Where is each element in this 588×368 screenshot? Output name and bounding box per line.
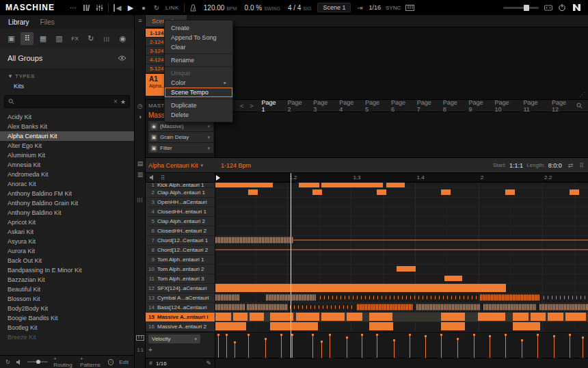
note-line[interactable] [215, 250, 588, 250]
note-wave[interactable] [215, 295, 239, 301]
audition-icon[interactable] [149, 174, 155, 181]
track-lane[interactable] [215, 246, 588, 255]
track-lane[interactable] [215, 236, 588, 246]
note-wave[interactable] [215, 304, 245, 311]
eye-icon[interactable] [118, 55, 126, 61]
track-lane[interactable] [215, 207, 588, 217]
plugin-slot[interactable]: ▣Filter▾ [148, 143, 213, 153]
list-item-kit[interactable]: Anthony Baldino Grain Kit [0, 198, 134, 208]
note-block[interactable] [299, 183, 319, 188]
user-content-icon[interactable]: ◉ [116, 32, 129, 45]
resize-grip-icon[interactable]: ⋰ [579, 91, 585, 98]
tab-library[interactable]: Library [8, 18, 29, 26]
track-lane[interactable] [215, 217, 588, 226]
track-row[interactable]: 5Clap Alph..entauri 2 [146, 217, 215, 226]
track-lane[interactable] [215, 293, 588, 303]
list-item-kit[interactable]: Askari Kit [0, 227, 134, 237]
play-button[interactable]: ▶ [126, 3, 135, 12]
loop-button[interactable]: ↻ [152, 4, 161, 12]
menu-item[interactable]: Duplicate [165, 101, 232, 110]
list-item-kit[interactable]: Alter Ego Kit [0, 141, 134, 150]
menu-item[interactable]: Clear [165, 42, 232, 52]
page-tab[interactable]: Page 2 [282, 99, 308, 113]
track-lane[interactable] [215, 274, 588, 284]
list-item-kit[interactable]: Alex Banks Kit [0, 122, 134, 131]
velocity-line[interactable] [265, 339, 266, 358]
velocity-line[interactable] [410, 334, 410, 358]
track-lane[interactable] [215, 313, 588, 322]
track-row[interactable]: 14Bass[124..aCentauri [146, 303, 215, 313]
quantize-value[interactable]: 1/16 [369, 4, 381, 11]
controller-icon[interactable] [544, 5, 552, 11]
track-row[interactable]: 13Cymbal A...aCentauri [146, 293, 215, 303]
page-tab[interactable]: Page 4 [334, 99, 360, 113]
list-item-kit[interactable]: Amnesia Kit [0, 160, 134, 170]
velocity-line[interactable] [235, 342, 235, 358]
page-tab[interactable]: Page 10 [490, 99, 518, 113]
note-block[interactable] [444, 276, 462, 281]
type-filter-kits[interactable]: Kits [0, 81, 134, 94]
page-tab[interactable]: Page 7 [412, 99, 438, 113]
note-bar[interactable] [548, 313, 563, 321]
list-item-kit[interactable]: Anthony Baldino FM Kit [0, 189, 134, 198]
instruments-icon[interactable]: ▥ [53, 32, 66, 45]
page-tab[interactable]: Page 9 [464, 99, 490, 113]
track-row[interactable]: 9Tom Alph..entauri 1 [146, 255, 215, 265]
note-bar[interactable] [531, 313, 546, 321]
timeline-ruler[interactable]: 1.21.31.422.2 [215, 173, 588, 183]
track-lane[interactable] [215, 198, 588, 207]
patterns-button[interactable]: + Patterns [80, 356, 103, 368]
channel-mixer-icon[interactable]: ◖ [135, 114, 146, 120]
mixer-toggle-icon[interactable] [95, 4, 103, 12]
sync-button[interactable]: SYNC [386, 5, 401, 11]
track-row[interactable]: 12SFX[124]..aCentauri [146, 284, 215, 293]
search-input[interactable] [17, 98, 111, 105]
note-bar[interactable] [270, 322, 318, 330]
track-row[interactable]: 2Clap Alph..entauri 1 [146, 188, 215, 198]
list-item-kit[interactable]: Bandpassing In E Minor Kit [0, 265, 134, 275]
note-bar[interactable] [369, 322, 393, 330]
page-tab[interactable]: Page 3 [308, 99, 334, 113]
master-volume-slider[interactable] [503, 7, 539, 9]
note-wave[interactable] [247, 304, 288, 311]
loops-icon[interactable]: ↻ [84, 32, 97, 45]
note-block[interactable] [321, 183, 383, 188]
list-item-kit[interactable]: Acidy Kit [0, 112, 134, 122]
note-wave[interactable] [215, 237, 293, 244]
bpm-display[interactable]: 120.00 BPM [204, 4, 237, 12]
add-control-lane-button[interactable]: + [148, 346, 157, 354]
list-item-kit[interactable]: Asyura Kit [0, 237, 134, 246]
note-ticks[interactable] [290, 306, 353, 309]
note-wave[interactable] [416, 304, 480, 311]
list-item-kit[interactable]: Bootleg Kit [0, 323, 134, 332]
note-wave[interactable] [480, 295, 539, 301]
grid-resolution-value[interactable]: 1/16 [156, 360, 167, 367]
volume-handle[interactable] [524, 5, 529, 11]
note-wave[interactable] [539, 304, 588, 311]
note-block[interactable] [397, 266, 416, 272]
track-lane[interactable] [215, 188, 588, 198]
menu-item[interactable]: Append To Song [165, 33, 232, 42]
page-tab[interactable]: Page 5 [360, 99, 386, 113]
velocity-line[interactable] [537, 334, 538, 358]
clear-search-icon[interactable]: × [113, 98, 118, 105]
plugin-slot[interactable]: ▣Grain Delay▾ [148, 132, 213, 142]
note-bar[interactable] [215, 313, 231, 321]
velocity-line[interactable] [474, 334, 475, 358]
track-row[interactable]: 1Kick Alph..entauri 1 [146, 183, 215, 188]
velocity-line[interactable] [362, 334, 362, 358]
fx-icon[interactable]: FX [68, 32, 81, 45]
plugin-slot[interactable]: ◉(Massive)▾ [148, 121, 213, 131]
keyboard-view-icon[interactable] [135, 335, 146, 341]
note-block[interactable] [386, 183, 405, 188]
all-groups-header[interactable]: All Groups [0, 48, 134, 68]
scene-indicator[interactable]: Scene 1 [317, 3, 351, 12]
velocity-line[interactable] [248, 334, 249, 358]
note-bar[interactable] [215, 284, 506, 292]
track-lane[interactable] [215, 322, 588, 332]
follow-playhead-icon[interactable]: ⇥ [356, 4, 364, 12]
note-bar[interactable] [369, 313, 392, 321]
prehear-volume-slider[interactable] [27, 361, 48, 363]
page-tab[interactable]: Page 12 [547, 99, 576, 113]
note-bar[interactable] [513, 313, 529, 321]
